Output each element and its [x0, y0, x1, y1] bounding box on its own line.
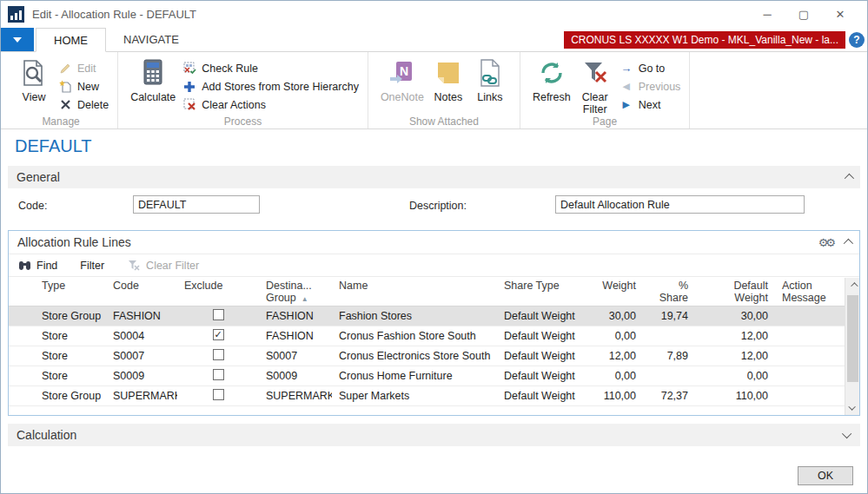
filter-button[interactable]: Filter: [80, 260, 104, 272]
cell-type[interactable]: Store: [35, 326, 106, 346]
cell-default_weight[interactable]: 110,00: [695, 386, 775, 405]
find-button[interactable]: Find: [17, 259, 57, 273]
column-header-destination_group[interactable]: Destina... Group▲: [259, 278, 332, 306]
application-menu-button[interactable]: [1, 28, 34, 51]
cell-type[interactable]: Store Group: [35, 386, 106, 405]
edit-button[interactable]: Edit: [58, 59, 109, 77]
vertical-scrollbar[interactable]: [845, 278, 859, 415]
check-rule-button[interactable]: Check Rule: [182, 59, 359, 77]
links-button[interactable]: Links: [469, 55, 511, 103]
exclude-checkbox[interactable]: [213, 369, 224, 380]
cell-destination_group[interactable]: S0007: [259, 346, 332, 366]
add-stores-button[interactable]: Add Stores from Store Hierarchy: [182, 77, 359, 96]
cell-action_message[interactable]: [775, 366, 846, 385]
tab-home[interactable]: HOME: [36, 28, 106, 52]
allocation-lines-header[interactable]: Allocation Rule Lines ⚙⚙: [9, 231, 859, 254]
scrollbar-thumb[interactable]: [847, 295, 858, 382]
go-to-button[interactable]: → Go to: [620, 59, 681, 77]
cell-share[interactable]: [643, 366, 695, 385]
column-header-action_message[interactable]: Action Message: [775, 278, 846, 306]
cell-weight[interactable]: 0,00: [594, 326, 643, 346]
cell-share[interactable]: 19,74: [643, 306, 695, 326]
cell-weight[interactable]: 30,00: [594, 306, 643, 326]
row-selector[interactable]: [9, 366, 35, 385]
column-header-share[interactable]: % Share: [643, 278, 695, 306]
next-button[interactable]: ▶ Next: [620, 96, 681, 114]
scroll-up-icon[interactable]: [845, 278, 859, 292]
cell-share[interactable]: [643, 326, 695, 346]
column-header-type[interactable]: Type: [35, 278, 106, 306]
exclude-checkbox[interactable]: [213, 309, 224, 320]
section-calculation-header[interactable]: Calculation: [8, 424, 860, 446]
collapse-up-icon[interactable]: [845, 174, 854, 183]
maximize-button[interactable]: ▢: [785, 3, 822, 26]
cell-code[interactable]: FASHION: [106, 306, 177, 326]
cell-code[interactable]: S0009: [106, 366, 177, 385]
cell-type[interactable]: Store: [35, 366, 106, 385]
cell-type[interactable]: Store: [35, 346, 106, 366]
cell-destination_group[interactable]: FASHION: [259, 306, 332, 326]
column-header-exclude[interactable]: Exclude: [177, 278, 259, 306]
tab-navigate[interactable]: NAVIGATE: [106, 28, 196, 52]
cell-exclude[interactable]: [177, 366, 259, 385]
cell-code[interactable]: S0007: [106, 346, 177, 366]
table-row[interactable]: StoreS0009S0009Cronus Home FurnitureDefa…: [9, 366, 859, 386]
cell-code[interactable]: S0004: [106, 326, 177, 346]
cell-default_weight[interactable]: 30,00: [695, 306, 775, 326]
cell-action_message[interactable]: [775, 346, 846, 366]
calculate-button[interactable]: Calculate: [127, 55, 179, 103]
onenote-button[interactable]: N OneNote: [377, 55, 427, 103]
description-input[interactable]: [555, 195, 805, 214]
cell-name[interactable]: Cronus Fashion Store South: [332, 326, 497, 346]
row-selector[interactable]: [9, 386, 35, 405]
cell-weight[interactable]: 12,00: [594, 346, 643, 366]
cell-code[interactable]: SUPERMARK: [106, 386, 177, 405]
cell-default_weight[interactable]: 0,00: [695, 366, 775, 385]
cell-weight[interactable]: 110,00: [594, 386, 643, 405]
close-button[interactable]: ✕: [822, 3, 858, 26]
new-button[interactable]: New: [58, 77, 109, 96]
collapse-up-icon[interactable]: [844, 239, 853, 248]
cell-destination_group[interactable]: SUPERMARK: [259, 386, 332, 405]
section-general-header[interactable]: General: [8, 166, 860, 188]
cell-name[interactable]: Cronus Electronics Store South: [332, 346, 497, 366]
cell-exclude[interactable]: [177, 346, 259, 366]
row-selector[interactable]: [9, 346, 35, 366]
table-row[interactable]: Store GroupSUPERMARKSUPERMARKSuper Marke…: [9, 386, 859, 406]
view-button[interactable]: View: [13, 55, 55, 103]
column-header-code[interactable]: Code: [106, 278, 177, 306]
minimize-button[interactable]: ─: [749, 3, 785, 26]
settings-gears-icon[interactable]: ⚙⚙: [818, 236, 833, 249]
company-badge[interactable]: CRONUS LS XXXXX W1 Demo - MKL_Vanilla_Ne…: [564, 31, 845, 49]
row-selector[interactable]: [9, 306, 35, 326]
table-row[interactable]: StoreS0004✓FASHIONCronus Fashion Store S…: [9, 326, 859, 346]
clear-filter-button[interactable]: Clear Filter: [574, 55, 616, 115]
cell-exclude[interactable]: ✓: [177, 326, 259, 346]
column-header-name[interactable]: Name: [332, 278, 497, 306]
cell-destination_group[interactable]: S0009: [259, 366, 332, 385]
exclude-checkbox[interactable]: ✓: [213, 329, 224, 340]
ok-button[interactable]: OK: [798, 466, 853, 485]
column-header-default_weight[interactable]: Default Weight: [695, 278, 775, 306]
cell-share_type[interactable]: Default Weight: [497, 366, 594, 385]
delete-button[interactable]: Delete: [58, 96, 109, 114]
exclude-checkbox[interactable]: [213, 389, 224, 400]
cell-share[interactable]: 72,37: [643, 386, 695, 405]
cell-default_weight[interactable]: 12,00: [695, 326, 775, 346]
code-input[interactable]: [133, 195, 260, 214]
cell-action_message[interactable]: [775, 326, 846, 346]
table-row[interactable]: Store GroupFASHIONFASHIONFashion StoresD…: [9, 306, 859, 326]
cell-share_type[interactable]: Default Weight: [497, 326, 594, 346]
table-row[interactable]: StoreS0007S0007Cronus Electronics Store …: [9, 346, 859, 366]
cell-weight[interactable]: 0,00: [594, 366, 643, 385]
collapse-down-icon[interactable]: [842, 429, 851, 438]
scroll-down-icon[interactable]: [845, 401, 859, 415]
cell-share_type[interactable]: Default Weight: [497, 346, 594, 366]
cell-default_weight[interactable]: 12,00: [695, 346, 775, 366]
cell-exclude[interactable]: [177, 386, 259, 405]
cell-action_message[interactable]: [775, 386, 846, 405]
cell-share_type[interactable]: Default Weight: [497, 386, 594, 405]
column-header-share_type[interactable]: Share Type: [497, 278, 594, 306]
cell-destination_group[interactable]: FASHION: [259, 326, 332, 346]
clear-actions-button[interactable]: Clear Actions: [182, 96, 359, 114]
